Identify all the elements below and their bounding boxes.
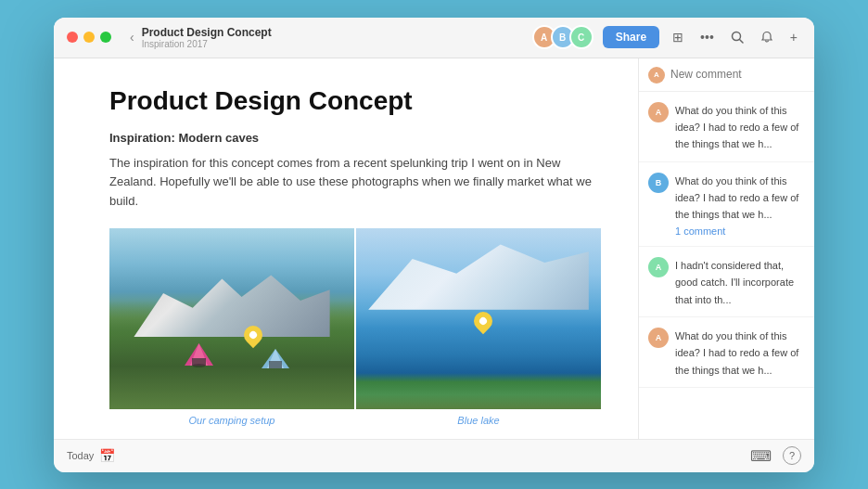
new-comment-input[interactable] [670,68,810,81]
map-pin-1[interactable] [240,322,266,348]
calendar-icon: 📅 [99,448,115,463]
comments-sidebar: A ☺ A What do you think of this idea? I … [638,58,814,439]
bottom-bar: Today 📅 ⌨ ? [54,439,814,472]
comment-content-4: What do you think of this idea? I had to… [675,327,805,378]
body-text: The inspiration for this concept comes f… [109,154,601,212]
mountain-image [109,228,354,409]
back-button[interactable]: ‹ [130,30,134,45]
more-options-icon[interactable]: ••• [696,26,718,48]
keyboard-icon[interactable]: ⌨ [750,447,772,465]
close-button[interactable] [67,32,78,43]
current-user-avatar: A [648,67,665,84]
document-subtitle: Inspiration 2017 [142,39,272,49]
tent-illustration-2 [262,347,289,370]
content-area: Product Design Concept Inspiration: Mode… [54,58,814,439]
comment-text-1: What do you think of this idea? I had to… [675,105,798,150]
add-icon[interactable]: + [786,26,801,48]
maximize-button[interactable] [100,32,111,43]
comment-content-3: I hadn't considered that, good catch. I'… [675,256,805,307]
main-document: Product Design Concept Inspiration: Mode… [54,58,638,439]
comment-item: A What do you think of this idea? I had … [639,92,814,162]
commenter-avatar-1: A [648,102,669,122]
image-captions: Our camping setup Blue lake [109,415,601,426]
app-window: ‹ Product Design Concept Inspiration 201… [54,18,814,472]
bottom-right-icons: ⌨ ? [750,446,801,465]
tent-illustration-1 [183,341,215,367]
comment-input-area: A ☺ [639,58,814,92]
commenter-avatar-3: A [648,257,669,277]
search-icon[interactable] [727,27,747,47]
bell-icon[interactable] [757,27,777,47]
collaborator-avatars: A B C [532,25,594,49]
inspiration-subtitle: Inspiration: Modern caves [109,131,601,145]
comment-text-4: What do you think of this idea? I had to… [675,330,798,376]
titlebar-info: Product Design Concept Inspiration 2017 [142,26,272,49]
traffic-lights [67,32,111,43]
comment-item: B What do you think of this idea? I had … [639,162,814,247]
svg-point-5 [193,364,206,367]
commenter-avatar-2: B [648,173,669,193]
avatar-3: C [569,25,594,49]
comment-item: A What do you think of this idea? I had … [639,317,814,388]
blue-lake-image [356,228,601,409]
minimize-button[interactable] [83,32,95,43]
page-title: Product Design Concept [109,86,601,116]
help-icon[interactable]: ? [783,446,801,465]
today-badge: Today 📅 [67,448,115,463]
comment-thread-link[interactable]: 1 comment [675,225,805,237]
today-label: Today [67,450,94,461]
comment-text-3: I hadn't considered that, good catch. I'… [675,260,794,305]
caption-1: Our camping setup [109,415,354,426]
share-button[interactable]: Share [603,26,659,48]
svg-line-1 [739,40,743,44]
titlebar-nav: ‹ Product Design Concept Inspiration 201… [130,26,272,49]
comments-list: A What do you think of this idea? I had … [639,92,814,439]
caption-2: Blue lake [356,415,601,426]
comment-text-2: What do you think of this idea? I had to… [675,175,798,221]
commenter-avatar-4: A [648,328,669,348]
svg-rect-8 [269,361,282,368]
comment-content-2: What do you think of this idea? I had to… [675,172,805,237]
map-pin-2[interactable] [470,308,496,334]
comment-content-1: What do you think of this idea? I had to… [675,101,805,152]
document-title: Product Design Concept [142,26,272,39]
grid-icon[interactable]: ⊞ [669,26,687,48]
titlebar: ‹ Product Design Concept Inspiration 201… [54,18,814,58]
comment-item: A I hadn't considered that, good catch. … [639,247,814,317]
titlebar-right: A B C Share ⊞ ••• + [532,25,801,49]
image-row [109,228,601,409]
